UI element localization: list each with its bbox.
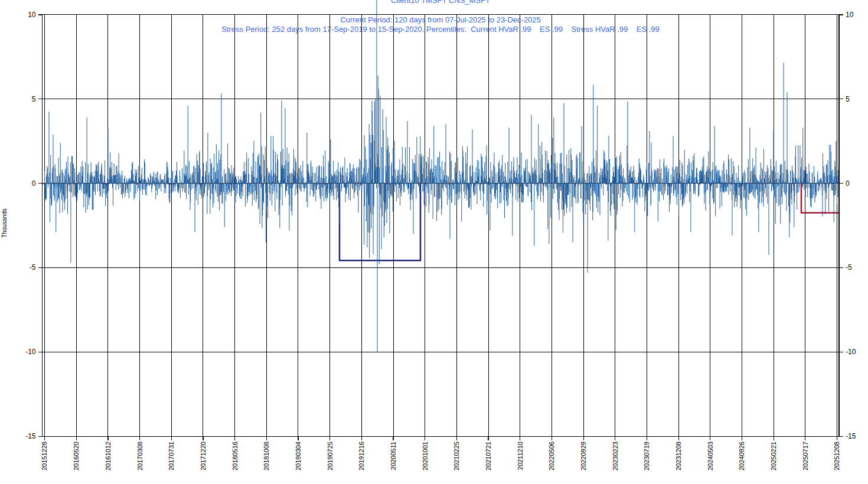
y-tick-label-left: 10 (28, 11, 36, 19)
x-tick-label: 20160520 (73, 442, 80, 470)
y-tick-label-right: 5 (846, 95, 850, 103)
x-tick-label: 20171220 (200, 442, 207, 470)
x-tick-label: 20180516 (231, 442, 239, 470)
y-tick-label-left: -10 (25, 348, 36, 356)
y-tick-label-left: -5 (30, 263, 36, 272)
x-tick-label: 20240926 (738, 442, 745, 470)
x-tick-label: 20240503 (707, 442, 714, 470)
pnl-bar-chart-svg: 10105500-5-5-10-10-15-152015122820160520… (0, 0, 868, 484)
y-tick-label-left: -15 (25, 432, 36, 440)
x-tick-label: 20191216 (358, 442, 365, 470)
x-tick-label: 20190304 (295, 442, 302, 470)
x-tick-label: 20210225 (453, 442, 460, 470)
y-tick-label-right: 10 (846, 11, 854, 19)
gridlines (43, 15, 840, 436)
x-tick-label: 20250221 (770, 442, 777, 470)
x-tick-label: 20251208 (834, 442, 841, 470)
y-tick-label-right: -15 (846, 432, 856, 440)
x-tick-label: 20210721 (485, 442, 492, 470)
x-tick-label: 20190725 (327, 442, 334, 470)
x-tick-label: 20181008 (263, 442, 270, 470)
pnl-bars (45, 0, 838, 352)
x-tick-label: 20161012 (105, 442, 112, 470)
y-tick-label-left: 0 (32, 179, 36, 188)
x-tick-label: 20170308 (136, 442, 143, 470)
y-tick-label-right: -10 (846, 348, 856, 356)
axes (38, 15, 844, 440)
x-tick-label: 20220929 (580, 442, 587, 470)
y-tick-label-left: 5 (32, 95, 36, 103)
var-backtest-chart: Client10 TMSFT CNS_MSFT Current Period: … (0, 0, 868, 484)
x-tick-label: 20211210 (517, 442, 524, 470)
x-tick-label: 20220506 (548, 442, 555, 470)
y-tick-label-right: -5 (846, 263, 852, 272)
x-tick-label: 20230223 (612, 442, 619, 470)
x-tick-label: 20201001 (422, 442, 429, 470)
x-tick-label: 20230719 (643, 442, 650, 470)
x-tick-label: 20200511 (390, 442, 397, 470)
x-tick-label: 20250717 (802, 442, 809, 470)
x-tick-label: 20170731 (168, 442, 175, 470)
x-tick-label: 20231208 (675, 442, 682, 470)
y-tick-label-right: 0 (846, 179, 850, 188)
stress-period-box (340, 184, 420, 261)
x-tick-label: 20151228 (41, 442, 48, 470)
